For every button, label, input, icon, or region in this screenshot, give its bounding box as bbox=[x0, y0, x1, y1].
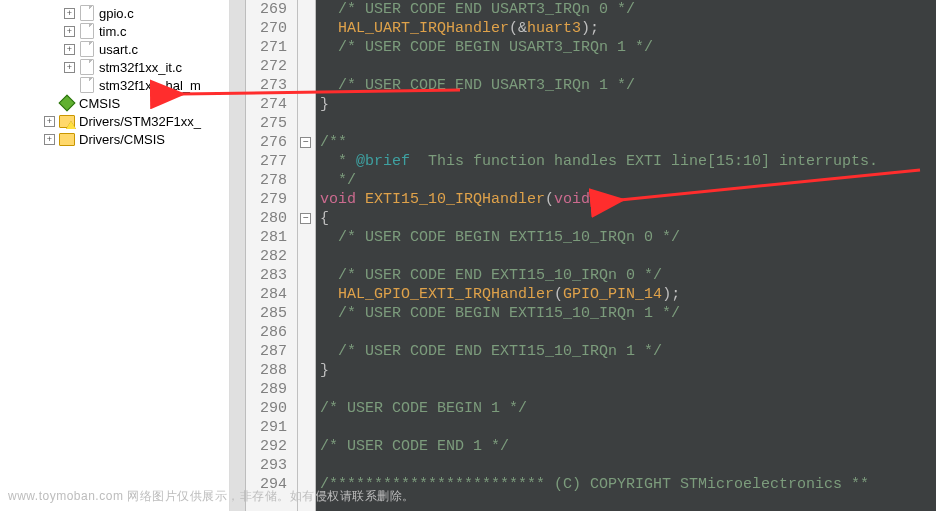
tree-item-label: Drivers/CMSIS bbox=[79, 132, 165, 147]
tree-item-label: gpio.c bbox=[99, 6, 134, 21]
line-number: 288 bbox=[260, 361, 287, 380]
component-icon bbox=[59, 95, 75, 111]
code-line[interactable]: * @brief This function handles EXTI line… bbox=[320, 152, 936, 171]
gutter-strip bbox=[230, 0, 246, 511]
code-line[interactable]: /* USER CODE END EXTI15_10_IRQn 0 */ bbox=[320, 266, 936, 285]
code-line[interactable]: { bbox=[320, 209, 936, 228]
tree-item-label: stm32f1xx_hal_m bbox=[99, 78, 201, 93]
code-line[interactable] bbox=[320, 247, 936, 266]
expand-icon[interactable]: + bbox=[44, 116, 55, 127]
code-line[interactable]: /* USER CODE END EXTI15_10_IRQn 1 */ bbox=[320, 342, 936, 361]
code-line[interactable] bbox=[320, 323, 936, 342]
tree-item-label: CMSIS bbox=[79, 96, 120, 111]
fold-toggle-icon[interactable]: − bbox=[300, 137, 311, 148]
folder-icon bbox=[59, 131, 75, 147]
code-line[interactable] bbox=[320, 418, 936, 437]
c-file-icon bbox=[79, 5, 95, 21]
line-number: 272 bbox=[260, 57, 287, 76]
code-line[interactable]: void EXTI15_10_IRQHandler(void) bbox=[320, 190, 936, 209]
line-number: 284 bbox=[260, 285, 287, 304]
code-line[interactable] bbox=[320, 114, 936, 133]
tree-item-label: Drivers/STM32F1xx_ bbox=[79, 114, 201, 129]
tree-item-label: tim.c bbox=[99, 24, 126, 39]
code-line[interactable]: } bbox=[320, 361, 936, 380]
code-line[interactable]: HAL_GPIO_EXTI_IRQHandler(GPIO_PIN_14); bbox=[320, 285, 936, 304]
code-line[interactable]: HAL_UART_IRQHandler(&huart3); bbox=[320, 19, 936, 38]
line-number-gutter: 2692702712722732742752762772782792802812… bbox=[246, 0, 298, 511]
line-number: 286 bbox=[260, 323, 287, 342]
line-number: 281 bbox=[260, 228, 287, 247]
tree-item[interactable]: +stm32f1xx_it.c bbox=[0, 58, 229, 76]
code-line[interactable]: /* USER CODE BEGIN USART3_IRQn 1 */ bbox=[320, 38, 936, 57]
line-number: 282 bbox=[260, 247, 287, 266]
c-file-icon bbox=[79, 23, 95, 39]
code-line[interactable] bbox=[320, 380, 936, 399]
line-number: 279 bbox=[260, 190, 287, 209]
line-number: 292 bbox=[260, 437, 287, 456]
c-file-icon bbox=[79, 59, 95, 75]
watermark-text: www.toymoban.com 网络图片仅供展示，非存储。如有侵权请联系删除。 bbox=[8, 488, 415, 505]
line-number: 276 bbox=[260, 133, 287, 152]
tree-item[interactable]: +usart.c bbox=[0, 40, 229, 58]
tree-item-label: stm32f1xx_it.c bbox=[99, 60, 182, 75]
line-number: 277 bbox=[260, 152, 287, 171]
code-line[interactable] bbox=[320, 57, 936, 76]
expand-spacer bbox=[44, 98, 55, 109]
line-number: 270 bbox=[260, 19, 287, 38]
expand-icon[interactable]: + bbox=[64, 26, 75, 37]
code-line[interactable]: /* USER CODE END 1 */ bbox=[320, 437, 936, 456]
line-number: 283 bbox=[260, 266, 287, 285]
line-number: 290 bbox=[260, 399, 287, 418]
code-line[interactable]: */ bbox=[320, 171, 936, 190]
line-number: 280 bbox=[260, 209, 287, 228]
line-number: 274 bbox=[260, 95, 287, 114]
project-tree[interactable]: +gpio.c+tim.c+usart.c+stm32f1xx_it.cstm3… bbox=[0, 0, 230, 511]
c-file-icon bbox=[79, 41, 95, 57]
line-number: 275 bbox=[260, 114, 287, 133]
tree-item[interactable]: stm32f1xx_hal_m bbox=[0, 76, 229, 94]
tree-item[interactable]: +Drivers/CMSIS bbox=[0, 130, 229, 148]
fold-toggle-icon[interactable]: − bbox=[300, 213, 311, 224]
tree-item[interactable]: CMSIS bbox=[0, 94, 229, 112]
code-line[interactable] bbox=[320, 456, 936, 475]
tree-item[interactable]: +tim.c bbox=[0, 22, 229, 40]
line-number: 289 bbox=[260, 380, 287, 399]
expand-icon[interactable]: + bbox=[64, 44, 75, 55]
tree-item[interactable]: +Drivers/STM32F1xx_ bbox=[0, 112, 229, 130]
c-file-icon bbox=[79, 77, 95, 93]
expand-icon[interactable]: + bbox=[64, 62, 75, 73]
line-number: 278 bbox=[260, 171, 287, 190]
line-number: 293 bbox=[260, 456, 287, 475]
line-number: 285 bbox=[260, 304, 287, 323]
fold-gutter[interactable]: −− bbox=[298, 0, 316, 511]
code-line[interactable]: /* USER CODE END USART3_IRQn 1 */ bbox=[320, 76, 936, 95]
code-line[interactable]: } bbox=[320, 95, 936, 114]
tree-item-label: usart.c bbox=[99, 42, 138, 57]
line-number: 273 bbox=[260, 76, 287, 95]
line-number: 287 bbox=[260, 342, 287, 361]
code-line[interactable]: /* USER CODE BEGIN EXTI15_10_IRQn 1 */ bbox=[320, 304, 936, 323]
tree-item[interactable]: +gpio.c bbox=[0, 4, 229, 22]
expand-icon[interactable]: + bbox=[64, 8, 75, 19]
line-number: 291 bbox=[260, 418, 287, 437]
code-line[interactable]: /* USER CODE BEGIN EXTI15_10_IRQn 0 */ bbox=[320, 228, 936, 247]
code-area[interactable]: /* USER CODE END USART3_IRQn 0 */ HAL_UA… bbox=[316, 0, 936, 511]
code-line[interactable]: /* USER CODE END USART3_IRQn 0 */ bbox=[320, 0, 936, 19]
line-number: 271 bbox=[260, 38, 287, 57]
code-line[interactable]: /* USER CODE BEGIN 1 */ bbox=[320, 399, 936, 418]
expand-spacer bbox=[64, 80, 75, 91]
folder-warning-icon bbox=[59, 113, 75, 129]
code-line[interactable]: /** bbox=[320, 133, 936, 152]
line-number: 269 bbox=[260, 0, 287, 19]
expand-icon[interactable]: + bbox=[44, 134, 55, 145]
code-editor[interactable]: 2692702712722732742752762772782792802812… bbox=[246, 0, 936, 511]
